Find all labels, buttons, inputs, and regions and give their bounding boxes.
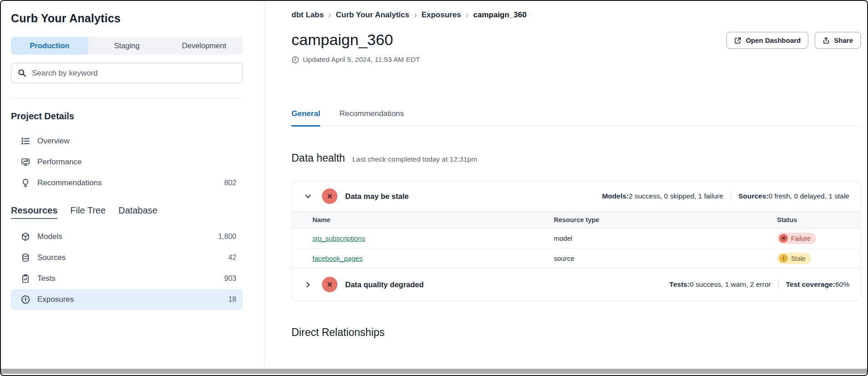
item-count: 1,800 — [218, 233, 236, 241]
table-row: stg_subscriptions model ✕Failure — [292, 229, 860, 249]
lightbulb-icon — [21, 178, 30, 188]
data-health-card: ✕ Data may be stale Models: 2 success, 0… — [291, 181, 861, 301]
coverage-stat-label: Test coverage: — [786, 280, 835, 289]
quality-section-title: Data quality degraded — [345, 280, 424, 289]
status-label: Failure — [791, 235, 811, 242]
resource-type-cell: source — [554, 254, 777, 262]
chevron-right-icon: › — [414, 10, 417, 20]
share-icon — [822, 37, 830, 44]
project-title: Curb Your Analytics — [11, 12, 243, 25]
page-title: campaign_360 — [291, 30, 393, 49]
stale-section-title: Data may be stale — [345, 192, 408, 201]
sidebar-item-label: Recommendations — [37, 178, 102, 188]
chevron-right-icon: › — [465, 10, 469, 20]
item-count: 42 — [228, 254, 236, 262]
sidebar-item-label: Models — [37, 232, 62, 241]
updated-timestamp: Updated April 5, 2024, 11:53 AM EDT — [291, 56, 861, 64]
chevron-right-icon[interactable] — [305, 281, 312, 288]
quality-section-row[interactable]: ✕ Data quality degraded Tests: 0 success… — [292, 269, 860, 300]
cube-icon — [21, 232, 30, 241]
env-tab-development[interactable]: Development — [165, 37, 243, 55]
page-actions: Open Dashboard Share — [726, 30, 861, 49]
env-tab-production[interactable]: Production — [11, 37, 88, 55]
breadcrumb: dbt Labs › Curb Your Analytics › Exposur… — [291, 10, 861, 20]
sidebar-item-label: Exposures — [37, 295, 74, 304]
sidebar-item-recommendations[interactable]: Recommendations 802 — [11, 173, 243, 193]
tab-recommendations[interactable]: Recommendations — [339, 109, 404, 126]
list-icon — [21, 137, 30, 146]
sidebar-divider — [11, 98, 243, 98]
env-tab-staging[interactable]: Staging — [88, 37, 166, 55]
sidebar-item-label: Tests — [37, 274, 56, 283]
item-count: 18 — [228, 295, 236, 304]
quality-section-stats: Tests: 0 success, 1 warn, 2 error Test c… — [669, 280, 849, 289]
direct-relationships-heading: Direct Relationships — [291, 326, 861, 339]
stats-divider — [778, 280, 779, 289]
stale-section-stats: Models: 2 success, 0 skipped, 1 failure … — [602, 192, 849, 201]
stale-section-row[interactable]: ✕ Data may be stale Models: 2 success, 0… — [292, 181, 860, 211]
status-badge-failure: ✕Failure — [777, 233, 816, 244]
tab-file-tree[interactable]: File Tree — [70, 205, 106, 218]
models-stat-label: Models: — [602, 192, 629, 200]
tab-database[interactable]: Database — [118, 205, 158, 218]
stats-divider — [730, 192, 731, 201]
sidebar-item-label: Overview — [37, 137, 70, 146]
models-stat-value: 2 success, 0 skipped, 1 failure — [629, 192, 724, 200]
resource-link-stg-subscriptions[interactable]: stg_subscriptions — [312, 234, 365, 242]
sidebar: Curb Your Analytics Production Staging D… — [1, 1, 265, 375]
main-content: dbt Labs › Curb Your Analytics › Exposur… — [265, 1, 867, 375]
updated-label: Updated April 5, 2024, 11:53 AM EDT — [303, 56, 420, 64]
column-header-status: Status — [777, 216, 845, 224]
coverage-stat-value: 60% — [835, 280, 849, 289]
tab-resources[interactable]: Resources — [11, 205, 57, 219]
table-header: Name Resource type Status — [292, 211, 860, 229]
sources-stat-label: Sources: — [738, 192, 768, 200]
breadcrumb-project[interactable]: Curb Your Analytics — [336, 10, 409, 20]
item-count: 802 — [224, 179, 236, 187]
search-icon — [18, 69, 26, 77]
clock-icon — [291, 56, 299, 64]
project-details-heading: Project Details — [11, 111, 243, 122]
status-badge-stale: !Stale — [777, 253, 811, 264]
data-health-heading: Data health — [291, 152, 345, 164]
error-status-icon: ✕ — [322, 188, 337, 204]
sidebar-item-performance[interactable]: Performance — [11, 152, 243, 173]
sidebar-item-sources[interactable]: Sources 42 — [11, 247, 243, 268]
search-input[interactable] — [32, 69, 236, 78]
gauge-icon — [21, 295, 30, 304]
resource-link-facebook-pages[interactable]: facebook_pages — [312, 254, 363, 262]
external-link-icon — [734, 37, 741, 44]
search-box[interactable] — [11, 63, 243, 83]
sidebar-item-overview[interactable]: Overview — [11, 131, 243, 152]
share-label: Share — [834, 36, 853, 44]
open-dashboard-button[interactable]: Open Dashboard — [726, 32, 808, 49]
app-window: Curb Your Analytics Production Staging D… — [0, 0, 868, 376]
last-check-label: Last check completed today at 12:31pm — [352, 155, 477, 163]
chevron-right-icon: › — [328, 10, 332, 20]
breadcrumb-dbt-labs[interactable]: dbt Labs — [291, 10, 324, 20]
breadcrumb-current: campaign_360 — [473, 10, 526, 20]
database-icon — [21, 253, 30, 262]
item-count: 903 — [224, 274, 236, 283]
tab-general[interactable]: General — [291, 109, 320, 127]
table-row: facebook_pages source !Stale — [292, 249, 860, 269]
share-button[interactable]: Share — [815, 32, 861, 49]
chevron-down-icon[interactable] — [305, 193, 312, 200]
sidebar-item-tests[interactable]: Tests 903 — [11, 268, 243, 289]
horizontal-scrollbar[interactable] — [1, 369, 867, 374]
sidebar-item-label: Performance — [37, 158, 82, 167]
sidebar-item-models[interactable]: Models 1,800 — [11, 226, 243, 247]
environment-tabs: Production Staging Development — [11, 37, 243, 55]
performance-icon — [21, 158, 30, 167]
column-header-resource-type: Resource type — [554, 216, 777, 224]
resource-type-cell: model — [554, 234, 777, 242]
breadcrumb-exposures[interactable]: Exposures — [421, 10, 461, 20]
clipboard-check-icon — [21, 274, 30, 283]
error-status-icon: ✕ — [322, 277, 337, 292]
resource-view-tabs: Resources File Tree Database — [11, 205, 243, 219]
sources-stat-value: 0 fresh, 0 delayed, 1 stale — [768, 192, 849, 200]
failure-icon: ✕ — [779, 234, 788, 243]
sidebar-item-label: Sources — [37, 253, 66, 262]
warning-icon: ! — [779, 254, 788, 263]
sidebar-item-exposures[interactable]: Exposures 18 — [11, 289, 243, 310]
